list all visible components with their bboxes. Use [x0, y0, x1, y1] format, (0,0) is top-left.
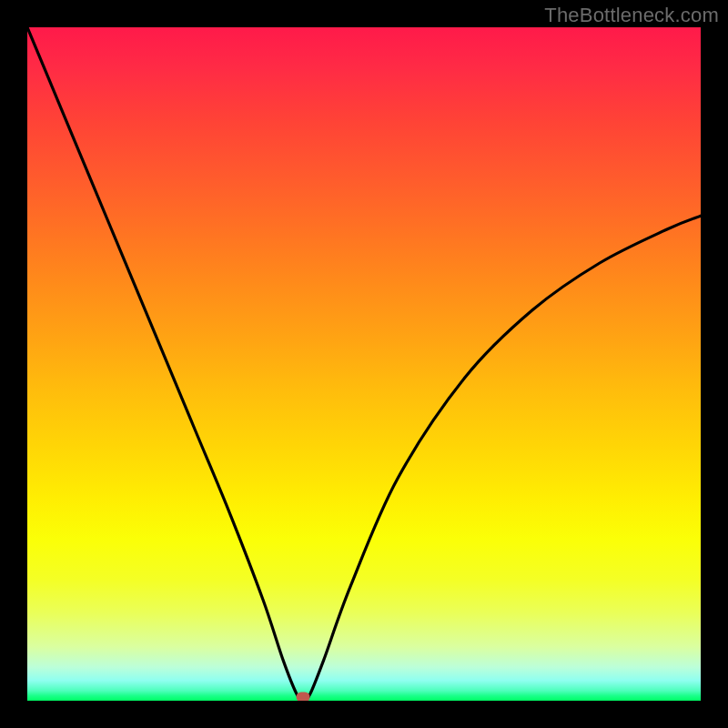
chart-frame: TheBottleneck.com [0, 0, 728, 728]
bottleneck-curve [27, 27, 701, 701]
optimal-point-marker [297, 693, 310, 701]
watermark-text: TheBottleneck.com [544, 4, 719, 27]
plot-area [27, 27, 701, 701]
